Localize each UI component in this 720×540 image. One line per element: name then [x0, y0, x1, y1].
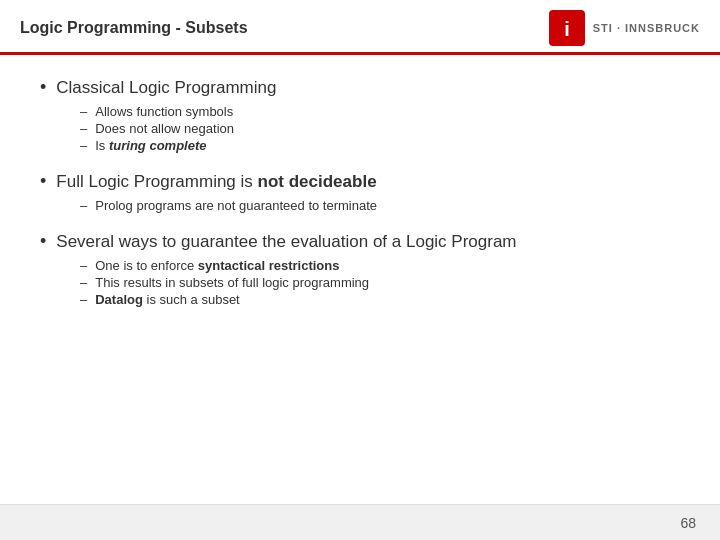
bullet-main-classical: • Classical Logic Programming: [40, 77, 680, 98]
content-area: • Classical Logic Programming – Allows f…: [0, 55, 720, 345]
bullet-main-several: • Several ways to guarantee the evaluati…: [40, 231, 680, 252]
section-full: • Full Logic Programming is not decideab…: [40, 171, 680, 213]
bullet-dot-3: •: [40, 231, 46, 252]
sub-text-negation: Does not allow negation: [95, 121, 234, 136]
svg-text:i: i: [564, 18, 570, 40]
sub-item-turing: – Is turing complete: [80, 138, 680, 153]
sub-dash-2: –: [80, 121, 87, 136]
sub-item-subsets: – This results in subsets of full logic …: [80, 275, 680, 290]
bullet-dot-2: •: [40, 171, 46, 192]
sub-dash-5: –: [80, 258, 87, 273]
sub-text-function-symbols: Allows function symbols: [95, 104, 233, 119]
slide-title: Logic Programming - Subsets: [20, 19, 248, 37]
sub-dash-4: –: [80, 198, 87, 213]
slide: Logic Programming - Subsets i STI · INNS…: [0, 0, 720, 540]
bullet-main-full: • Full Logic Programming is not decideab…: [40, 171, 680, 192]
sub-text-subsets: This results in subsets of full logic pr…: [95, 275, 369, 290]
header: Logic Programming - Subsets i STI · INNS…: [0, 0, 720, 52]
several-main-text: Several ways to guarantee the evaluation…: [56, 232, 516, 252]
sub-text-turing: Is turing complete: [95, 138, 206, 153]
logo-icon: i: [549, 10, 585, 46]
logo-text: STI · INNSBRUCK: [593, 22, 700, 34]
sub-dash-7: –: [80, 292, 87, 307]
sub-item-datalog: – Datalog is such a subset: [80, 292, 680, 307]
several-sub-bullets: – One is to enforce syntactical restrict…: [40, 258, 680, 307]
sub-item-negation: – Does not allow negation: [80, 121, 680, 136]
sub-item-enforce: – One is to enforce syntactical restrict…: [80, 258, 680, 273]
page-number: 68: [680, 515, 696, 531]
sub-dash-3: –: [80, 138, 87, 153]
full-main-text: Full Logic Programming is not decideable: [56, 172, 376, 192]
bullet-dot-1: •: [40, 77, 46, 98]
logo-area: i STI · INNSBRUCK: [549, 10, 700, 46]
sub-dash-6: –: [80, 275, 87, 290]
sub-item-prolog: – Prolog programs are not guaranteed to …: [80, 198, 680, 213]
sub-item-function-symbols: – Allows function symbols: [80, 104, 680, 119]
sub-dash-1: –: [80, 104, 87, 119]
sub-text-datalog: Datalog is such a subset: [95, 292, 240, 307]
section-classical: • Classical Logic Programming – Allows f…: [40, 77, 680, 153]
footer: 68: [0, 504, 720, 540]
full-sub-bullets: – Prolog programs are not guaranteed to …: [40, 198, 680, 213]
sub-text-prolog: Prolog programs are not guaranteed to te…: [95, 198, 377, 213]
section-several: • Several ways to guarantee the evaluati…: [40, 231, 680, 307]
classical-main-text: Classical Logic Programming: [56, 78, 276, 98]
classical-sub-bullets: – Allows function symbols – Does not all…: [40, 104, 680, 153]
sub-text-enforce: One is to enforce syntactical restrictio…: [95, 258, 339, 273]
